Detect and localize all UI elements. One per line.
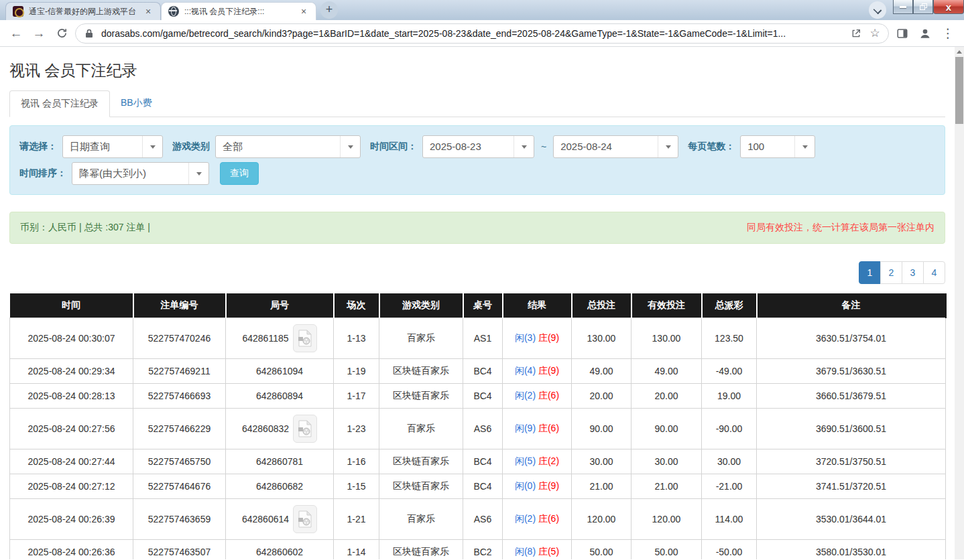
cell-payout: -50.00 <box>702 540 757 560</box>
table-row: 2025-08-24 00:27:56522757466229642860832… <box>10 409 946 449</box>
column-header: 桌号 <box>463 293 503 318</box>
chevron-down-icon[interactable] <box>514 136 534 157</box>
tab-search-chevron-icon[interactable] <box>869 1 886 19</box>
cell-total-bet[interactable]: 50.00 <box>572 540 631 560</box>
result-banker: 庄(9) <box>536 332 559 343</box>
url-text[interactable]: dorasabs.com/game/betrecord_search/kind3… <box>101 28 844 39</box>
bookmark-star-icon[interactable]: ☆ <box>868 27 882 40</box>
select-label: 请选择： <box>19 141 57 153</box>
table-row: 2025-08-24 00:28:13522757466693642860894… <box>10 384 946 409</box>
video-replay-icon[interactable] <box>293 324 317 352</box>
cell-valid-bet: 30.00 <box>631 449 702 474</box>
page-tab-1[interactable]: BB小费 <box>110 90 163 117</box>
page-button-4[interactable]: 4 <box>923 261 945 284</box>
cell-total-bet[interactable]: 130.00 <box>572 318 631 359</box>
forward-icon[interactable]: → <box>29 24 48 43</box>
page-scrollbar[interactable] <box>955 47 964 559</box>
cell-total-bet[interactable]: 120.00 <box>572 499 631 540</box>
cell-total-bet[interactable]: 20.00 <box>572 384 631 409</box>
cell-valid-bet: 130.00 <box>631 318 702 359</box>
cell-valid-bet: 21.00 <box>631 474 702 499</box>
filter-panel: 请选择： 日期查询 游戏类别 全部 时间区间： 2025-08-23 ~ 202 <box>9 125 945 195</box>
cell-game-type: 区块链百家乐 <box>379 359 463 384</box>
chevron-down-icon[interactable] <box>142 136 162 157</box>
cell-result: 闲(0) 庄(9) <box>503 474 572 499</box>
scroll-up-arrow-icon[interactable] <box>955 47 964 56</box>
cell-total-bet[interactable]: 30.00 <box>572 449 631 474</box>
result-player: 闲(4) <box>515 365 536 376</box>
page-size-dropdown[interactable]: 100 <box>740 135 815 158</box>
cell-total-bet[interactable]: 21.00 <box>572 474 631 499</box>
cell-table-no: BC4 <box>463 449 503 474</box>
video-replay-icon[interactable] <box>293 505 317 533</box>
browser-tab-2[interactable]: :::视讯 会员下注纪录::: × <box>161 2 316 20</box>
cell-result: 闲(5) 庄(2) <box>503 449 572 474</box>
back-icon[interactable]: ← <box>7 24 25 43</box>
date-end-dropdown[interactable]: 2025-08-24 <box>553 135 678 158</box>
chevron-down-icon[interactable] <box>658 136 678 157</box>
result-banker: 庄(9) <box>536 480 559 491</box>
page-button-2[interactable]: 2 <box>880 261 902 284</box>
cell-game-type: 百家乐 <box>379 409 463 449</box>
browser-tab-1[interactable]: 通宝-信誉最好的网上游戏平台 × <box>5 2 161 20</box>
chevron-down-icon[interactable] <box>188 163 208 184</box>
result-banker: 庄(6) <box>536 513 559 524</box>
page-button-1[interactable]: 1 <box>859 261 881 284</box>
cell-result: 闲(4) 庄(9) <box>503 359 572 384</box>
cell-game-type: 区块链百家乐 <box>379 449 463 474</box>
page-tab-0[interactable]: 视讯 会员下注纪录 <box>9 90 110 117</box>
tab2-close-icon[interactable]: × <box>298 7 309 16</box>
cell-total-bet[interactable]: 90.00 <box>572 409 631 449</box>
close-button[interactable]: x <box>933 0 964 14</box>
page-size-label: 每页笔数： <box>688 141 735 153</box>
result-player: 闲(8) <box>515 546 536 557</box>
share-icon[interactable] <box>849 27 863 40</box>
minimize-button[interactable] <box>893 0 913 14</box>
cell-game-type: 区块链百家乐 <box>379 384 463 409</box>
new-tab-button[interactable]: + <box>320 1 338 19</box>
menu-kebab-icon[interactable]: ⋮ <box>939 24 957 43</box>
result-player: 闲(2) <box>515 513 536 524</box>
result-banker: 庄(5) <box>536 546 559 557</box>
column-header: 注单编号 <box>133 293 226 318</box>
bet-records-table: 时间注单编号局号场次游戏类别桌号结果总投注有效投注总派彩备注 2025-08-2… <box>9 293 947 559</box>
tab1-close-icon[interactable]: × <box>143 7 154 16</box>
table-row: 2025-08-24 00:26:36522757463507642860602… <box>10 540 946 560</box>
page-button-3[interactable]: 3 <box>902 261 924 284</box>
cell-table-no: AS1 <box>463 318 503 359</box>
column-header: 时间 <box>10 293 133 318</box>
cell-bet-id: 522757463507 <box>133 540 226 560</box>
refresh-icon[interactable] <box>52 24 71 43</box>
cell-total-bet[interactable]: 49.00 <box>572 359 631 384</box>
chevron-down-icon[interactable] <box>340 136 360 157</box>
restore-button[interactable] <box>913 0 933 14</box>
round-number: 642860614 <box>242 514 289 524</box>
profile-avatar-icon[interactable] <box>916 24 935 43</box>
cell-bet-id: 522757470246 <box>133 318 226 359</box>
chevron-down-icon[interactable] <box>794 136 815 157</box>
game-type-dropdown[interactable]: 全部 <box>215 135 361 158</box>
side-panel-icon[interactable] <box>893 24 912 43</box>
query-type-dropdown[interactable]: 日期查询 <box>62 135 163 158</box>
round-number: 642860781 <box>256 456 303 467</box>
table-row: 2025-08-24 00:27:12522757464676642860682… <box>10 474 946 499</box>
cell-session: 1-15 <box>334 474 379 499</box>
video-replay-icon[interactable] <box>293 415 317 443</box>
column-header: 有效投注 <box>631 293 702 318</box>
cell-result: 闲(2) 庄(6) <box>503 499 572 540</box>
cell-valid-bet: 49.00 <box>631 359 702 384</box>
cell-remark: 3720.51/3750.51 <box>757 449 946 474</box>
column-header: 场次 <box>334 293 379 318</box>
date-start-dropdown[interactable]: 2025-08-23 <box>422 135 534 158</box>
search-button[interactable]: 查询 <box>220 162 259 185</box>
cell-result: 闲(2) 庄(6) <box>503 384 572 409</box>
cell-valid-bet: 20.00 <box>631 384 702 409</box>
scrollbar-thumb[interactable] <box>955 57 963 124</box>
cell-table-no: AS6 <box>463 409 503 449</box>
cell-valid-bet: 50.00 <box>631 540 702 560</box>
sort-dropdown[interactable]: 降幂(由大到小) <box>72 162 209 185</box>
address-bar[interactable]: dorasabs.com/game/betrecord_search/kind3… <box>75 23 889 44</box>
cell-session: 1-23 <box>334 409 379 449</box>
result-banker: 庄(6) <box>536 390 559 401</box>
table-header-row: 时间注单编号局号场次游戏类别桌号结果总投注有效投注总派彩备注 <box>10 293 946 318</box>
